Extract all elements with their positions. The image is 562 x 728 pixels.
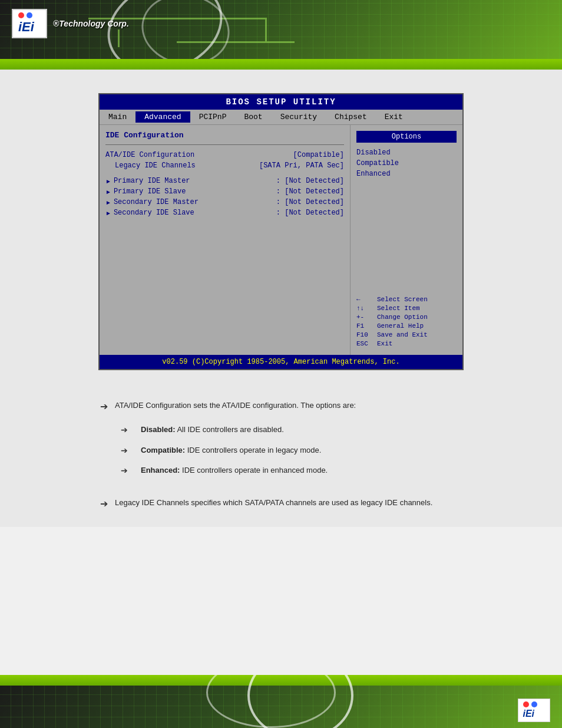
bios-container: BIOS SETUP UTILITY Main Advanced PCIPnP … — [98, 93, 464, 370]
help-row-general-help: F1 General Help — [356, 322, 457, 330]
secondary-master-label: Secondary IDE Master — [114, 198, 199, 206]
sub-bullet-arrow-icon: ➔ — [121, 425, 128, 434]
bios-title: BIOS SETUP UTILITY — [100, 94, 462, 110]
help-key-updown: ↑↓ — [356, 305, 377, 312]
primary-master-value: : [Not Detected] — [276, 177, 344, 185]
help-desc-exit: Exit — [377, 340, 392, 347]
help-row-select-screen: ← Select Screen — [356, 296, 457, 303]
logo-dots — [18, 12, 41, 18]
primary-slave-row[interactable]: ► Primary IDE Slave : [Not Detected] — [105, 187, 344, 196]
primary-slave-label: Primary IDE Slave — [114, 187, 186, 196]
divider — [105, 144, 344, 145]
submenu-arrow-icon: ► — [105, 178, 111, 185]
dot-red — [18, 12, 24, 18]
options-title: Options — [356, 131, 457, 143]
sub-bullet-enhanced: ➔ Enhanced: IDE controllers operate in e… — [100, 465, 462, 476]
circuit-trace — [265, 18, 267, 41]
menu-item-security[interactable]: Security — [272, 111, 326, 123]
dot-red — [523, 701, 529, 707]
dot-blue — [27, 12, 32, 18]
bios-footer: v02.59 (C)Copyright 1985-2005, American … — [100, 355, 462, 369]
ata-ide-value: [Compatible] — [293, 151, 344, 159]
section-title: IDE Configuration — [105, 131, 344, 140]
sub-bullet-compatible-text: Compatible: IDE controllers operate in l… — [135, 444, 321, 456]
ata-ide-row[interactable]: ATA/IDE Configuration [Compatible] — [105, 151, 344, 159]
bios-right-panel: Options Disabled Compatible Enhanced ← S… — [351, 125, 462, 355]
secondary-slave-value: : [Not Detected] — [276, 209, 344, 217]
sub-bullet-disabled-text: Disabled: All IDE controllers are disabl… — [135, 424, 284, 436]
option-enhanced[interactable]: Enhanced — [356, 170, 457, 178]
help-desc-change-option: Change Option — [377, 314, 428, 321]
dot-white — [540, 701, 546, 707]
logo-text: iEi — [18, 19, 34, 34]
ata-ide-label: ATA/IDE Configuration — [105, 151, 194, 159]
help-desc-select-screen: Select Screen — [377, 296, 428, 303]
primary-master-row[interactable]: ► Primary IDE Master : [Not Detected] — [105, 177, 344, 185]
option-compatible[interactable]: Compatible — [356, 159, 457, 167]
menu-item-boot[interactable]: Boot — [235, 111, 271, 123]
help-key-esc: ESC — [356, 340, 377, 347]
bullet-2-text: Legacy IDE Channels specifies which SATA… — [115, 497, 432, 509]
help-key-arrow: ← — [356, 296, 377, 303]
sub-bullet-enhanced-text: Enhanced: IDE controllers operate in enh… — [135, 465, 328, 476]
bullet-1: ➔ ATA/IDE Configuration sets the ATA/IDE… — [100, 400, 462, 412]
logo-box: iEi — [12, 9, 47, 38]
legacy-ide-row[interactable]: Legacy IDE Channels [SATA Pri, PATA Sec] — [105, 162, 344, 170]
main-content: BIOS SETUP UTILITY Main Advanced PCIPnP … — [0, 70, 562, 388]
help-key-f10: F10 — [356, 331, 377, 338]
bullet-1-text: ATA/IDE Configuration sets the ATA/IDE c… — [115, 400, 356, 411]
help-row-exit: ESC Exit — [356, 340, 457, 347]
bottom-footer: iEi — [0, 675, 562, 728]
menu-item-chipset[interactable]: Chipset — [326, 111, 376, 123]
green-bar-top — [0, 59, 562, 70]
submenu-arrow-icon: ► — [105, 199, 111, 206]
sub-bullet-disabled: ➔ Disabled: All IDE controllers are disa… — [100, 424, 462, 436]
legacy-ide-label: Legacy IDE Channels — [115, 162, 196, 170]
bios-left-panel: IDE Configuration ATA/IDE Configuration … — [100, 125, 351, 355]
bottom-logo: iEi — [518, 699, 550, 722]
help-desc-select-item: Select Item — [377, 305, 420, 312]
bullet-2: ➔ Legacy IDE Channels specifies which SA… — [100, 497, 462, 509]
sub-bullet-arrow-icon: ➔ — [121, 446, 128, 455]
secondary-slave-row[interactable]: ► Secondary IDE Slave : [Not Detected] — [105, 209, 344, 217]
bottom-logo-text: iEi — [523, 709, 535, 719]
help-row-save-exit: F10 Save and Exit — [356, 331, 457, 338]
submenu-arrow-icon: ► — [105, 210, 111, 216]
menu-item-pcipnp[interactable]: PCIPnP — [190, 111, 236, 123]
help-desc-save-exit: Save and Exit — [377, 331, 428, 338]
menu-item-advanced[interactable]: Advanced — [135, 111, 190, 123]
menu-item-exit[interactable]: Exit — [376, 111, 412, 123]
sub-bullet-arrow-icon: ➔ — [121, 466, 128, 475]
dot-white — [35, 12, 41, 18]
secondary-master-value: : [Not Detected] — [276, 198, 344, 206]
bios-body: IDE Configuration ATA/IDE Configuration … — [100, 125, 462, 355]
primary-slave-value: : [Not Detected] — [276, 187, 344, 196]
bios-menu-bar: Main Advanced PCIPnP Boot Security Chips… — [100, 110, 462, 125]
text-content: ➔ ATA/IDE Configuration sets the ATA/IDE… — [0, 388, 562, 527]
secondary-slave-label: Secondary IDE Slave — [114, 209, 194, 217]
help-desc-general-help: General Help — [377, 322, 424, 330]
sub-bullet-compatible: ➔ Compatible: IDE controllers operate in… — [100, 444, 462, 456]
bullet-arrow-icon: ➔ — [100, 401, 108, 412]
bullet-arrow-icon: ➔ — [100, 498, 108, 509]
submenu-arrow-icon: ► — [105, 189, 111, 195]
help-section: ← Select Screen ↑↓ Select Item +- Change… — [356, 284, 457, 349]
legacy-ide-value: [SATA Pri, PATA Sec] — [259, 162, 344, 170]
primary-master-label: Primary IDE Master — [114, 177, 190, 185]
menu-item-main[interactable]: Main — [100, 111, 135, 123]
help-row-select-item: ↑↓ Select Item — [356, 305, 457, 312]
header: iEi ®Technology Corp. — [0, 0, 562, 59]
dot-blue — [531, 701, 537, 707]
option-disabled[interactable]: Disabled — [356, 149, 457, 157]
help-row-change-option: +- Change Option — [356, 314, 457, 321]
secondary-master-row[interactable]: ► Secondary IDE Master : [Not Detected] — [105, 198, 344, 206]
logo-dots — [523, 701, 546, 707]
help-key-f1: F1 — [356, 322, 377, 330]
help-key-plusminus: +- — [356, 314, 377, 321]
